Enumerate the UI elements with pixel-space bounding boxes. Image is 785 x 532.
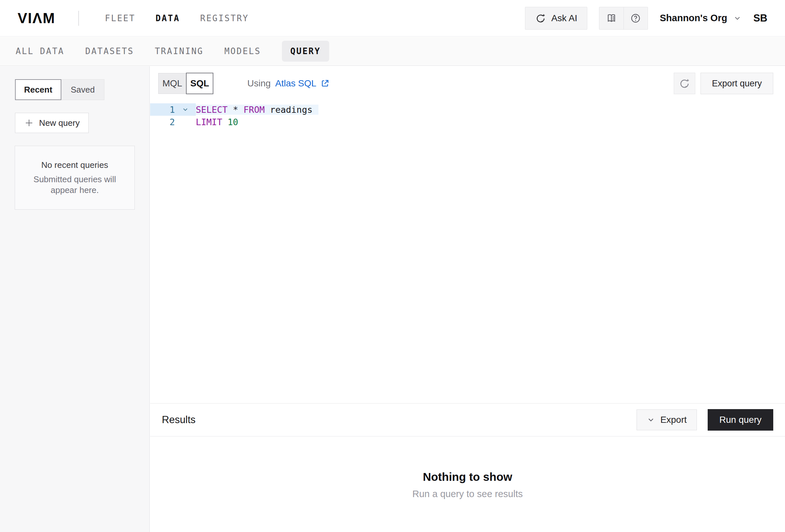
query-language-toggle: MQL SQL [158, 73, 213, 94]
book-icon [606, 13, 617, 24]
code-text: SELECT * FROM readings [196, 105, 319, 115]
org-switcher[interactable]: Shannon's Org [660, 13, 742, 24]
atlas-sql-link[interactable]: Atlas SQL [275, 78, 330, 89]
query-toolbar: MQL SQL Using Atlas SQL [150, 72, 785, 95]
results-empty-state: Nothing to show Run a query to see resul… [150, 470, 785, 499]
nav-item-registry[interactable]: REGISTRY [200, 14, 249, 23]
tab-training[interactable]: TRAINING [155, 46, 203, 56]
run-query-button[interactable]: Run query [708, 409, 773, 431]
fold-chevron-icon[interactable] [175, 106, 196, 113]
export-label: Export [660, 415, 687, 425]
tab-datasets[interactable]: DATASETS [85, 46, 134, 56]
tab-all-data[interactable]: ALL DATA [16, 46, 64, 56]
new-query-label: New query [39, 118, 80, 128]
empty-state-subtitle: Run a query to see results [150, 489, 785, 499]
chevron-down-icon [647, 416, 655, 424]
query-sidebar: Recent Saved New query No recent queries… [0, 66, 150, 532]
plus-icon [24, 118, 34, 128]
code-line-2[interactable]: 2 LIMIT 10 [150, 116, 785, 128]
mql-toggle-button[interactable]: MQL [158, 73, 186, 94]
export-query-button[interactable]: Export query [701, 73, 773, 94]
query-main-area: MQL SQL Using Atlas SQL [150, 66, 785, 532]
sql-code-editor[interactable]: 1 SELECT * FROM readings 2 LIMIT 10 [150, 103, 785, 128]
tab-saved[interactable]: Saved [61, 79, 104, 100]
chevron-down-icon [733, 14, 742, 23]
external-link-icon [321, 79, 330, 88]
ai-regenerate-button[interactable] [674, 73, 695, 94]
header-right-cluster: Ask AI [525, 7, 767, 30]
using-label: Using [247, 78, 271, 89]
tab-recent[interactable]: Recent [15, 79, 61, 100]
recent-queries-empty-panel: No recent queries Submitted queries will… [15, 146, 135, 210]
empty-panel-title: No recent queries [41, 160, 108, 170]
data-subnav: ALL DATA DATASETS TRAINING MODELS QUERY [0, 37, 785, 66]
ai-sparkle-refresh-icon [679, 78, 690, 89]
gutter-line-2: 2 [150, 116, 196, 128]
export-results-button[interactable]: Export [637, 409, 697, 430]
sidebar-tabs: Recent Saved [15, 79, 149, 100]
line-number: 2 [150, 117, 175, 127]
ask-ai-button[interactable]: Ask AI [525, 7, 587, 30]
viam-data-query-page: VIΛM FLEET DATA REGISTRY Ask AI [0, 0, 785, 532]
help-button[interactable] [624, 7, 648, 29]
documentation-button[interactable] [599, 7, 624, 29]
ask-ai-label: Ask AI [551, 13, 577, 24]
nav-item-fleet[interactable]: FLEET [105, 14, 135, 23]
top-header: VIΛM FLEET DATA REGISTRY Ask AI [0, 0, 785, 36]
header-divider [78, 11, 79, 26]
results-heading: Results [162, 414, 196, 426]
toolbar-right: Export query [674, 73, 773, 94]
ai-sparkle-refresh-icon [535, 13, 546, 24]
line-number: 1 [150, 105, 175, 115]
tab-models[interactable]: MODELS [225, 46, 261, 56]
code-text: LIMIT 10 [196, 117, 238, 127]
viam-logo[interactable]: VIΛM [18, 10, 55, 26]
help-button-group [599, 7, 648, 30]
nav-item-data[interactable]: DATA [156, 14, 180, 23]
code-line-1[interactable]: 1 SELECT * FROM readings [150, 103, 785, 116]
using-atlas-sql: Using Atlas SQL [247, 78, 330, 89]
results-actions: Export Run query [637, 409, 773, 431]
empty-state-title: Nothing to show [150, 470, 785, 483]
user-avatar[interactable]: SB [753, 12, 767, 24]
question-circle-icon [630, 13, 641, 24]
results-toolbar: Results Export Run query [150, 403, 785, 436]
empty-panel-subtitle: Submitted queries will appear here. [26, 174, 124, 195]
org-name: Shannon's Org [660, 13, 727, 24]
new-query-button[interactable]: New query [15, 113, 89, 133]
gutter-line-1: 1 [150, 103, 196, 116]
atlas-sql-link-label: Atlas SQL [275, 78, 316, 89]
primary-nav: FLEET DATA REGISTRY [105, 14, 249, 23]
tab-query[interactable]: QUERY [282, 41, 329, 62]
sql-toggle-button[interactable]: SQL [186, 73, 213, 94]
